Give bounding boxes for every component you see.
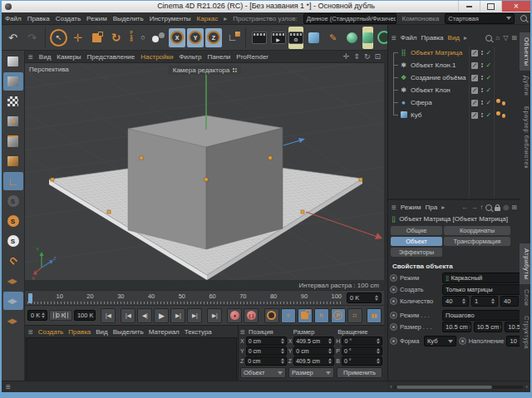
camera-pan-icon[interactable]: ✛ — [343, 52, 350, 61]
enable-dots[interactable] — [481, 51, 483, 52]
keyframe-circle[interactable] — [390, 286, 397, 293]
tab-coordinates[interactable]: Координаты — [444, 226, 510, 235]
keyframe-circle[interactable] — [390, 323, 397, 331]
keyframe-selection-button[interactable]: ▮▮ — [367, 308, 382, 323]
enable-dots[interactable] — [481, 88, 483, 90]
count-x-field[interactable]: 40 — [442, 296, 469, 307]
enabled-check-icon[interactable]: ✓ — [486, 49, 492, 57]
mode-dropdown[interactable]: ⣿ Каркасный — [442, 273, 520, 283]
node-space-dropdown[interactable]: Данное (Стандартный/Физический) — [303, 13, 397, 24]
rot-b-field[interactable]: 0 ° — [342, 356, 382, 366]
menu-edit[interactable]: Правка — [27, 15, 50, 22]
lock-y-axis-button[interactable]: Y — [187, 28, 204, 47]
viewport-maximize-icon[interactable]: ⊡ — [374, 52, 381, 61]
workplane-button[interactable]: ▦ — [3, 272, 23, 290]
render-picture-viewer-button[interactable]: ▶ — [269, 27, 287, 48]
apply-button[interactable]: Применить — [337, 367, 382, 378]
vp-menu-display[interactable]: Представление — [87, 53, 135, 61]
keyframe-circle[interactable] — [390, 337, 397, 345]
object-row-matrix[interactable]: ⣿ Объект Матрица ✓ — [388, 47, 520, 59]
range-slider[interactable]: 0 K — [49, 310, 72, 321]
edge-mode-button[interactable] — [3, 132, 23, 150]
scroll-left-icon[interactable]: ‹ — [390, 383, 392, 391]
rot-p-field[interactable]: 0 ° — [342, 346, 382, 356]
mat-menu-view[interactable]: Вид — [96, 328, 107, 336]
scroll-right-icon[interactable]: › — [525, 383, 528, 391]
vp-menu-panels[interactable]: Панели — [207, 53, 230, 61]
mat-menu-select[interactable]: Выделить — [113, 328, 144, 336]
keyframe-circle[interactable] — [390, 297, 397, 305]
key-position-toggle[interactable]: ✛ — [281, 308, 296, 323]
lock-x-axis-button[interactable]: X — [169, 28, 185, 47]
texture-mode-button[interactable] — [3, 92, 23, 111]
coords-size-dropdown[interactable]: Размер — [288, 367, 334, 378]
pos-y-field[interactable]: 0 cm — [246, 346, 287, 356]
move-tool-button[interactable]: ✛ — [69, 27, 86, 48]
create-dropdown[interactable]: Только матрицы — [442, 284, 520, 295]
mat-menu-texture[interactable]: Текстура — [185, 328, 212, 336]
psr-tool-button[interactable]: P S R — [126, 27, 136, 48]
history-forward-icon[interactable]: → — [470, 204, 477, 211]
keyframe-circle[interactable] — [459, 337, 466, 345]
search-icon[interactable] — [520, 15, 527, 22]
home-icon[interactable]: ⌂ — [495, 34, 500, 42]
vp-menu-prorender[interactable]: ProRender — [236, 53, 268, 61]
lock-workplane-button[interactable]: ▦ — [3, 292, 23, 310]
camera-rotate-icon[interactable]: ↻ — [364, 52, 371, 61]
viewport-canvas[interactable]: Y Z X Перспектива Камера редактора Интер… — [25, 63, 384, 291]
object-tags[interactable] — [496, 113, 505, 117]
record-keyframe-button[interactable]: ♦ — [227, 308, 242, 323]
render-view-button[interactable] — [250, 27, 268, 48]
enable-dots[interactable] — [481, 113, 483, 115]
playhead[interactable] — [28, 293, 32, 303]
autokey-button[interactable] — [264, 308, 279, 323]
tab-attributes[interactable]: Атрибуты — [520, 243, 530, 284]
material-list-area[interactable] — [26, 337, 237, 382]
tab-content-browser[interactable]: Браузер библиотек — [520, 101, 530, 174]
rot-h-field[interactable]: 0 ° — [342, 337, 382, 346]
tab-basic[interactable]: Общие — [391, 226, 442, 235]
vp-menu-view[interactable]: Вид — [39, 53, 51, 61]
size-x-field[interactable]: 10.5 cm — [442, 322, 471, 332]
tab-object[interactable]: Объект — [391, 237, 442, 246]
count-z-field[interactable]: 40 — [500, 296, 519, 307]
mat-menu-edit[interactable]: Правка — [68, 328, 91, 336]
status-menu-icon[interactable]: ≡ — [6, 382, 11, 391]
key-parameter-toggle[interactable]: P — [331, 308, 346, 323]
tab-structure[interactable]: Структура — [520, 311, 530, 354]
point-mode-button[interactable] — [3, 112, 23, 130]
snap-off-button[interactable]: S — [3, 192, 23, 210]
enable-dots[interactable] — [481, 76, 483, 77]
visibility-toggle[interactable] — [471, 62, 478, 69]
scale-tool-button[interactable] — [88, 27, 106, 48]
filter-icon[interactable]: ▽ — [503, 34, 508, 42]
key-pla-toggle[interactable]: ∷ — [347, 308, 362, 323]
enable-axis-button[interactable]: ∟ — [3, 172, 23, 190]
visibility-toggle[interactable] — [471, 87, 478, 94]
search-icon[interactable] — [485, 35, 492, 42]
range-end-field[interactable]: 100 K — [74, 310, 96, 321]
spline-pen-button[interactable]: ✎ — [324, 27, 342, 48]
minimize-button[interactable] — [458, 1, 480, 12]
visibility-toggle[interactable] — [471, 75, 478, 81]
history-back-icon[interactable]: ← — [461, 204, 468, 211]
coords-mode-dropdown[interactable]: Объект — [240, 367, 286, 378]
step-mode-dropdown[interactable]: Пошагово — [442, 310, 520, 321]
menu-file[interactable]: Файл — [5, 15, 22, 22]
object-row-volume[interactable]: ❖ Создание объёма ✓ — [388, 71, 520, 84]
attr-menu-edit[interactable]: Пра — [426, 204, 438, 211]
keyframe-circle[interactable] — [390, 274, 397, 282]
add-primitive-button[interactable] — [305, 27, 323, 48]
camera-label[interactable]: Камера редактора — [169, 66, 241, 75]
record-options-button[interactable]: ( ) — [244, 308, 259, 323]
vp-menu-options[interactable]: Настройки — [140, 53, 173, 61]
tab-layers[interactable]: Слои — [520, 284, 530, 311]
tab-takes[interactable]: Дубли — [520, 71, 530, 101]
magnet-snap-button[interactable]: U — [3, 252, 23, 270]
coords-menu-icon[interactable]: ≡ — [240, 327, 249, 337]
rotate-tool-button[interactable]: ↻ — [107, 27, 125, 48]
snap-3d-button[interactable]: S — [3, 212, 23, 230]
size-z-field[interactable]: 409.5 cm — [293, 356, 334, 366]
enable-dots[interactable] — [481, 101, 483, 102]
mat-menu-material[interactable]: Материал — [149, 328, 180, 336]
